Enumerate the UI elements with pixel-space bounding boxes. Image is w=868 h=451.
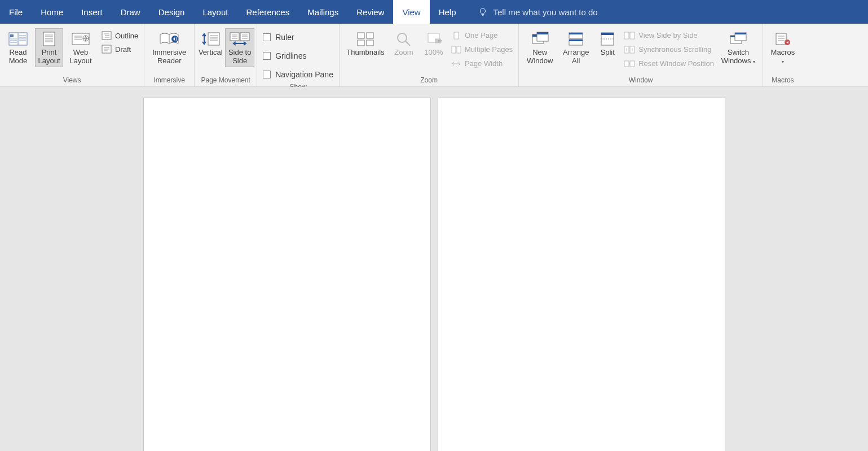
page-width-label: Page Width (465, 59, 503, 68)
tab-review[interactable]: Review (347, 0, 393, 24)
thumbnails-button[interactable]: Thumbnails (344, 28, 387, 59)
side-to-side-label: Side to Side (227, 49, 253, 65)
tab-file[interactable]: File (0, 0, 32, 24)
page-width-icon (451, 60, 461, 68)
tab-layout[interactable]: Layout (193, 0, 237, 24)
svg-point-0 (480, 8, 485, 14)
tell-me-label: Tell me what you want to do (494, 7, 598, 17)
svg-rect-50 (358, 40, 364, 46)
outline-icon (102, 31, 112, 40)
web-layout-icon (71, 31, 90, 47)
zoom-button: Zoom (390, 28, 417, 59)
print-layout-icon (41, 31, 57, 47)
group-window-label: Window (523, 75, 758, 86)
chevron-down-icon: ▾ (782, 59, 784, 64)
view-side-by-side-button: View Side by Side (623, 30, 715, 40)
vertical-button[interactable]: Vertical (197, 28, 224, 59)
group-macros: Macros▾ Macros (763, 24, 803, 86)
arrange-all-button[interactable]: Arrange All (559, 28, 592, 67)
macros-button[interactable]: Macros▾ (768, 28, 798, 67)
print-layout-button[interactable]: Print Layout (35, 28, 63, 67)
tab-draw[interactable]: Draw (112, 0, 149, 24)
tab-mailings[interactable]: Mailings (298, 0, 347, 24)
document-canvas[interactable] (0, 87, 868, 451)
multiple-pages-icon (451, 46, 461, 54)
ruler-label: Ruler (275, 33, 294, 42)
one-page-icon (451, 32, 461, 40)
tell-me-search[interactable]: Tell me what you want to do (465, 0, 598, 24)
outline-button[interactable]: Outline (100, 30, 139, 41)
reset-pos-icon (624, 60, 635, 68)
switch-windows-label: Switch Windows (721, 48, 751, 65)
multiple-pages-label: Multiple Pages (465, 45, 513, 54)
lightbulb-icon (478, 7, 488, 17)
svg-rect-57 (454, 32, 459, 39)
switch-windows-button[interactable]: Switch Windows ▾ (719, 28, 758, 67)
group-window: New Window Arrange All Split View Side b… (519, 24, 763, 86)
svg-rect-72 (624, 32, 629, 39)
draft-icon (102, 45, 112, 54)
sync-scroll-icon (624, 46, 635, 54)
checkbox-icon (263, 71, 271, 78)
hundred-percent-button: 100 100% (421, 28, 447, 59)
document-page[interactable] (438, 98, 725, 451)
gridlines-checkbox[interactable]: Gridlines (262, 49, 334, 63)
immersive-reader-button[interactable]: Immersive Reader (149, 28, 190, 67)
draft-button[interactable]: Draft (100, 44, 139, 54)
vertical-label: Vertical (199, 49, 223, 57)
checkbox-icon (263, 52, 271, 60)
split-button[interactable]: Split (596, 28, 619, 59)
tab-insert[interactable]: Insert (72, 0, 112, 24)
new-window-button[interactable]: New Window (523, 28, 556, 67)
tab-references[interactable]: References (237, 0, 298, 24)
web-layout-button[interactable]: Web Layout (67, 28, 95, 67)
tab-help[interactable]: Help (430, 0, 465, 24)
split-label: Split (601, 49, 615, 57)
side-to-side-icon (228, 31, 251, 47)
svg-rect-76 (624, 61, 629, 67)
thumbnails-label: Thumbnails (346, 49, 384, 57)
checkbox-icon (263, 33, 271, 41)
tab-home[interactable]: Home (32, 0, 72, 24)
group-page-movement: Vertical Side to Side Page Movement (195, 24, 257, 86)
macros-icon (774, 31, 792, 47)
switch-windows-icon (728, 31, 748, 47)
arrange-all-label: Arrange All (561, 49, 591, 65)
svg-rect-64 (537, 32, 548, 34)
svg-rect-58 (452, 46, 456, 53)
svg-point-52 (398, 33, 407, 42)
group-zoom: Thumbnails Zoom 100 100% One Page Mu (340, 24, 519, 86)
sync-scroll-button: Synchronous Scrolling (623, 45, 715, 54)
svg-line-53 (406, 41, 410, 46)
side-to-side-button[interactable]: Side to Side (225, 28, 254, 67)
new-window-label: New Window (525, 49, 554, 65)
group-views-label: Views (5, 75, 139, 86)
web-layout-label: Web Layout (68, 49, 93, 65)
read-mode-label: Read Mode (6, 49, 30, 65)
ruler-checkbox[interactable]: Ruler (262, 30, 334, 44)
side-by-side-icon (624, 32, 635, 40)
navigation-pane-checkbox[interactable]: Navigation Pane (262, 68, 334, 81)
svg-rect-49 (367, 33, 373, 38)
zoom-icon (395, 31, 412, 47)
hundred-label: 100% (424, 49, 443, 57)
zoom-label: Zoom (394, 49, 413, 57)
new-window-icon (530, 31, 549, 47)
group-show: Ruler Gridlines Navigation Pane Show (257, 24, 340, 86)
tab-design[interactable]: Design (149, 0, 194, 24)
read-mode-button[interactable]: Read Mode (5, 28, 32, 67)
thumbnails-icon (356, 31, 375, 47)
vertical-icon (200, 31, 221, 47)
print-layout-label: Print Layout (37, 49, 61, 65)
group-immersive: Immersive Reader Immersive (144, 24, 195, 86)
svg-rect-48 (358, 33, 364, 38)
svg-text:100: 100 (438, 40, 442, 43)
svg-rect-82 (735, 33, 746, 34)
navigation-pane-label: Navigation Pane (275, 70, 333, 79)
document-page[interactable] (144, 98, 430, 451)
svg-rect-3 (10, 34, 14, 37)
one-page-label: One Page (465, 31, 498, 40)
tab-view[interactable]: View (393, 0, 429, 24)
page-width-button: Page Width (450, 59, 514, 68)
hundred-icon: 100 (425, 31, 442, 47)
